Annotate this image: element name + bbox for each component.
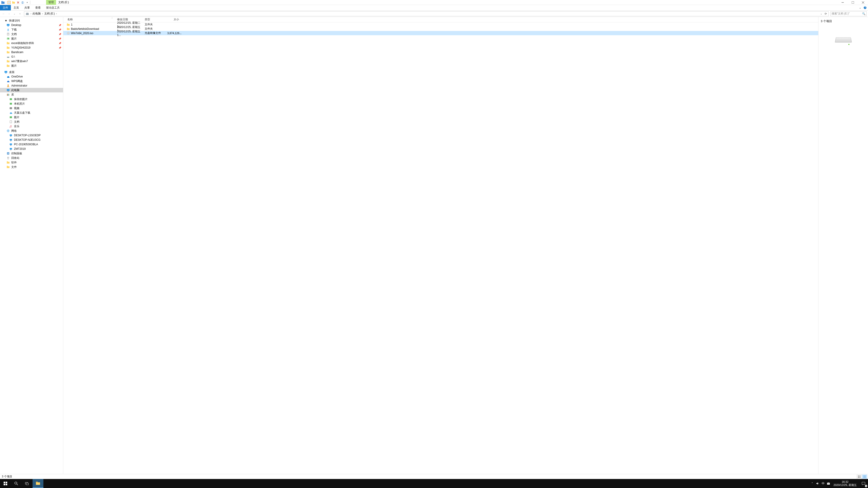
pin-icon: 📌 bbox=[59, 33, 61, 35]
action-center-button[interactable]: 3 bbox=[859, 479, 868, 488]
delete-icon[interactable] bbox=[16, 0, 20, 4]
tree-network[interactable]: 网络 bbox=[0, 129, 63, 133]
file-list: 名称⌃ 修改日期 类型 大小 1 2020/12/15, 星期二 1... 文件… bbox=[63, 17, 818, 474]
nav-recent-dropdown[interactable]: ⌄ bbox=[12, 11, 17, 16]
pin-icon: 📌 bbox=[59, 24, 61, 26]
tree-pictures[interactable]: 图片📌 bbox=[0, 36, 63, 41]
tree-gdrive[interactable]: G:\ bbox=[0, 55, 63, 59]
tree-pc3[interactable]: PC-20190530OBLA bbox=[0, 142, 63, 147]
tree-desktop[interactable]: Desktop📌 bbox=[0, 23, 63, 27]
ribbon-expand-icon[interactable]: ⌄ bbox=[859, 6, 861, 9]
nav-up-button[interactable]: ↑ bbox=[18, 11, 22, 16]
chevron-right-icon[interactable]: › bbox=[30, 12, 32, 15]
qat-dropdown-icon[interactable]: ▾ bbox=[25, 0, 29, 4]
tree-this-pc[interactable]: 此电脑 bbox=[0, 88, 63, 92]
navigation-pane[interactable]: ★快速访问 Desktop📌 下载📌 文档📌 图片📌 excel表格制作求和📌 … bbox=[0, 17, 63, 474]
window-title: 文档 (E:) bbox=[56, 0, 71, 5]
maximize-button[interactable] bbox=[848, 0, 858, 5]
search-icon[interactable]: 🔍 bbox=[862, 12, 866, 15]
tree-local-photos[interactable]: 本机照片 bbox=[0, 101, 63, 106]
tree-label: 库 bbox=[11, 93, 14, 97]
tree-label: 快速访问 bbox=[9, 19, 20, 23]
nav-forward-button[interactable]: → bbox=[7, 11, 11, 16]
tree-pc4[interactable]: ZMT2019 bbox=[0, 147, 63, 151]
taskbar-file-explorer[interactable] bbox=[33, 479, 43, 488]
rename-icon[interactable] bbox=[21, 0, 25, 4]
column-size[interactable]: 大小 bbox=[166, 18, 180, 22]
tree-pc2[interactable]: DESKTOP-NJEU3CG bbox=[0, 138, 63, 142]
properties-icon[interactable] bbox=[7, 0, 11, 4]
svg-rect-50 bbox=[10, 136, 11, 137]
tray-overflow-icon[interactable]: ˄ bbox=[809, 479, 815, 488]
tree-win7[interactable]: win7重装win7 bbox=[0, 59, 63, 64]
folder-icon bbox=[66, 23, 70, 26]
tree-admin[interactable]: Administrator bbox=[0, 84, 63, 88]
tree-control-panel[interactable]: 控制面板 bbox=[0, 151, 63, 156]
tree-desktop-root[interactable]: 桌面 bbox=[0, 70, 63, 74]
breadcrumb-drive[interactable]: 文档 (E:) bbox=[43, 12, 56, 15]
tree-video[interactable]: 视频 bbox=[0, 106, 63, 110]
tree-label: 视频 bbox=[14, 106, 20, 110]
tree-library[interactable]: 库 bbox=[0, 92, 63, 97]
folder-icon bbox=[66, 27, 70, 31]
tree-tianyi[interactable]: 天翼云盘下载 bbox=[0, 110, 63, 115]
address-dropdown-icon[interactable]: ⌄ bbox=[819, 11, 824, 16]
tree-music[interactable]: 音乐 bbox=[0, 124, 63, 129]
chevron-right-icon[interactable]: › bbox=[41, 12, 43, 15]
file-row[interactable]: BaiduNetdiskDownload 2020/12/25, 星期五 1..… bbox=[63, 27, 818, 31]
tree-files[interactable]: 文件 bbox=[0, 165, 63, 169]
tree-lib-docs[interactable]: 文档 bbox=[0, 120, 63, 124]
quick-access-toolbar: ▾ bbox=[0, 0, 32, 5]
ribbon-tab-file[interactable]: 文件 bbox=[0, 5, 11, 10]
volume-icon[interactable] bbox=[815, 479, 820, 488]
tree-pictures2[interactable]: 图片 bbox=[0, 64, 63, 68]
tree-quick-access[interactable]: ★快速访问 bbox=[0, 18, 63, 23]
tree-wps[interactable]: WPS网盘 bbox=[0, 79, 63, 84]
tree-lib-pics[interactable]: 图片 bbox=[0, 115, 63, 120]
breadcrumb-root-icon[interactable] bbox=[25, 12, 30, 15]
ribbon-tab-share[interactable]: 共享 bbox=[22, 5, 33, 10]
tree-onedrive[interactable]: OneDrive bbox=[0, 74, 63, 79]
tree-software[interactable]: 软件 bbox=[0, 160, 63, 165]
view-thumbnails-button[interactable] bbox=[857, 475, 862, 479]
column-name[interactable]: 名称⌃ bbox=[66, 18, 116, 22]
column-type[interactable]: 类型 bbox=[144, 18, 166, 22]
new-folder-icon[interactable] bbox=[11, 0, 16, 4]
tree-saved-pics[interactable]: 保存的图片 bbox=[0, 97, 63, 101]
tree-pc1[interactable]: DESKTOP-LSSOEDP bbox=[0, 133, 63, 138]
file-name: 1 bbox=[71, 23, 117, 26]
file-row[interactable]: 1 2020/12/15, 星期二 1... 文件夹 bbox=[63, 22, 818, 27]
start-button[interactable] bbox=[0, 479, 11, 488]
ribbon-tab-drive-tools[interactable]: 驱动器工具 bbox=[43, 5, 62, 10]
tree-excel[interactable]: excel表格制作求和📌 bbox=[0, 41, 63, 45]
ribbon-tab-home[interactable]: 主页 bbox=[11, 5, 22, 10]
search-input[interactable]: 搜索"文档 (E:)" 🔍 bbox=[831, 11, 867, 16]
column-label: 名称 bbox=[67, 18, 73, 22]
tree-label: DESKTOP-LSSOEDP bbox=[14, 134, 41, 137]
svg-rect-45 bbox=[10, 121, 12, 123]
chevron-right-icon[interactable]: › bbox=[56, 12, 57, 15]
view-details-button[interactable] bbox=[862, 475, 867, 479]
nav-back-button[interactable]: ← bbox=[1, 11, 6, 16]
breadcrumb-this-pc[interactable]: 此电脑 bbox=[32, 12, 41, 15]
column-date[interactable]: 修改日期 bbox=[116, 18, 144, 22]
search-button[interactable] bbox=[11, 479, 22, 488]
tree-recycle-bin[interactable]: 回收站 bbox=[0, 156, 63, 160]
minimize-button[interactable] bbox=[837, 0, 848, 5]
ime-indicator[interactable]: 中 bbox=[820, 479, 826, 488]
music-icon bbox=[9, 125, 13, 128]
tree-bandicam[interactable]: Bandicam bbox=[0, 50, 63, 55]
ribbon-tab-view[interactable]: 查看 bbox=[33, 5, 43, 10]
file-row-selected[interactable]: Win7x64_2020.iso 2020/12/25, 星期五 1... 光盘… bbox=[63, 31, 818, 35]
taskbar-clock[interactable]: 16:32 2020/12/25, 星期五 bbox=[831, 480, 859, 487]
tree-downloads[interactable]: 下载📌 bbox=[0, 27, 63, 32]
contextual-tab-manage[interactable]: 管理 bbox=[46, 0, 56, 5]
tree-yunqishi[interactable]: YUNQISHI2019📌 bbox=[0, 45, 63, 50]
address-bar[interactable]: › 此电脑 › 文档 (E:) › ⌄ ⟳ bbox=[24, 11, 829, 16]
close-button[interactable] bbox=[858, 0, 868, 5]
task-view-button[interactable] bbox=[22, 479, 33, 488]
refresh-icon[interactable]: ⟳ bbox=[824, 11, 828, 16]
help-icon[interactable]: ? bbox=[864, 6, 867, 9]
tree-documents[interactable]: 文档📌 bbox=[0, 32, 63, 36]
tray-app-icon[interactable] bbox=[826, 479, 831, 488]
